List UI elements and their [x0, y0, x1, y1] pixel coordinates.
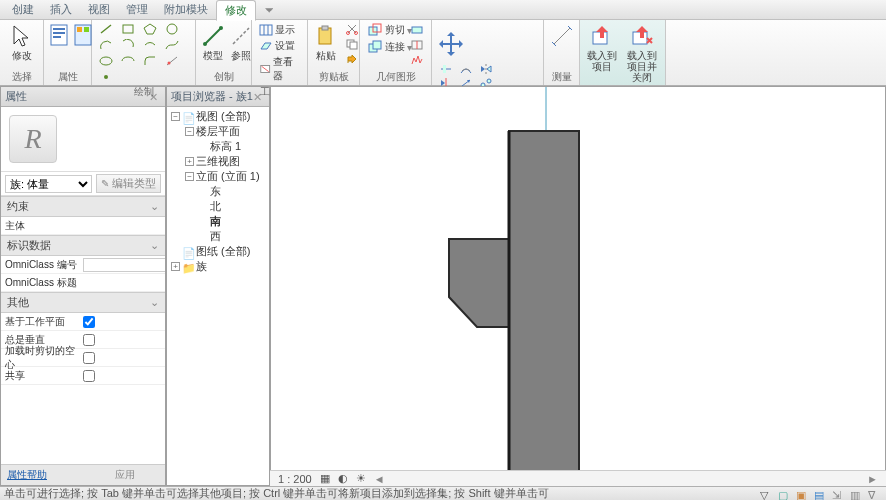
svg-point-16 — [219, 26, 223, 30]
tab-manage[interactable]: 管理 — [118, 0, 156, 19]
tree-east[interactable]: 东 — [197, 184, 267, 199]
svg-point-14 — [104, 75, 108, 79]
filter-icon[interactable]: ∇ — [868, 489, 882, 499]
select-link-icon[interactable]: ▢ — [778, 489, 792, 499]
split-face-icon[interactable] — [407, 38, 427, 52]
model-line-button[interactable]: 模型 — [200, 22, 226, 63]
properties-footer: 属性帮助 应用 — [1, 464, 165, 485]
ribbon-group-properties: 属性 — [44, 20, 92, 85]
ribbon-group-workplane: 显示 设置 查看器 工作平面 — [252, 20, 308, 85]
cut-geom-icon — [367, 23, 383, 37]
detail-icon[interactable]: ▦ — [320, 472, 330, 485]
properties-button[interactable] — [48, 22, 70, 48]
properties-panel: 属性 ✕ R 族: 体量 ✎ 编辑类型 约束⌄ 主体 标识数据⌄ OmniCla… — [0, 86, 166, 486]
family-icon — [74, 24, 92, 46]
ellipse-arc-icon[interactable] — [118, 54, 138, 68]
tree-sheets[interactable]: +📄图纸 (全部) — [169, 244, 267, 259]
sun-icon[interactable]: ☀ — [356, 472, 366, 485]
tree-floor-plans[interactable]: −楼层平面 — [183, 124, 267, 139]
properties-icon — [50, 24, 68, 46]
ribbon-label-draw: 绘制 — [96, 84, 191, 100]
demolish-icon[interactable] — [407, 53, 427, 67]
spline-icon[interactable] — [162, 38, 182, 52]
filter-status-icon[interactable]: ▽ — [760, 489, 774, 499]
tab-view[interactable]: 视图 — [80, 0, 118, 19]
measure-button[interactable] — [548, 22, 576, 50]
svg-rect-64 — [509, 131, 579, 471]
tree-south[interactable]: 南 — [197, 214, 267, 229]
measure-icon — [550, 24, 574, 48]
tree-elevations[interactable]: −立面 (立面 1) — [183, 169, 267, 184]
section-other[interactable]: 其他⌄ — [1, 292, 165, 313]
nav-left-icon[interactable]: ◄ — [374, 473, 385, 485]
select-underlay-icon[interactable]: ▤ — [814, 489, 828, 499]
line-icon[interactable] — [96, 22, 116, 36]
point-icon[interactable] — [96, 70, 116, 84]
select-face-icon[interactable]: ▥ — [850, 489, 864, 499]
ellipse-icon[interactable] — [96, 54, 116, 68]
scale-value[interactable]: 1 : 200 — [278, 473, 312, 485]
model-line-icon — [201, 24, 225, 48]
tab-addins[interactable]: 附加模块 — [156, 0, 216, 19]
properties-help-link[interactable]: 属性帮助 — [1, 465, 85, 485]
type-selector[interactable]: 族: 体量 — [5, 175, 92, 193]
arc-icon[interactable] — [96, 38, 116, 52]
load-project-button[interactable]: 载入到 项目 — [584, 22, 621, 74]
grid-icon — [259, 24, 273, 36]
visual-style-icon[interactable]: ◐ — [338, 472, 348, 485]
pick-line-icon[interactable] — [162, 54, 182, 68]
section-constraint[interactable]: 约束⌄ — [1, 196, 165, 217]
edit-type-button[interactable]: ✎ 编辑类型 — [96, 174, 161, 193]
viewer-button[interactable]: 查看器 — [256, 54, 303, 84]
apply-button[interactable]: 应用 — [85, 465, 166, 485]
ribbon-label-geom: 几何图形 — [364, 69, 427, 85]
workplane-check[interactable] — [83, 316, 95, 328]
ribbon-group-modify: 修改 — [432, 20, 544, 85]
align-icon[interactable] — [436, 62, 456, 76]
shared-check[interactable] — [83, 370, 95, 382]
tab-modify[interactable]: 修改 — [216, 0, 256, 21]
arc2-icon[interactable] — [118, 38, 138, 52]
status-right: ▽ ▢ ▣ ▤ ⇲ ▥ ∇ — [760, 489, 882, 499]
modify-button[interactable]: 修改 — [4, 22, 39, 63]
menu-expand-icon[interactable]: ⏷ — [264, 4, 275, 16]
family-logo: R — [9, 115, 57, 163]
vertical-check[interactable] — [83, 334, 95, 346]
tab-insert[interactable]: 插入 — [42, 0, 80, 19]
omni-num-input[interactable] — [83, 258, 165, 272]
drag-icon[interactable]: ⇲ — [832, 489, 846, 499]
svg-point-11 — [100, 57, 112, 65]
ref-line-button[interactable]: 参照 — [228, 22, 254, 63]
drawing-canvas[interactable] — [270, 86, 886, 486]
show-button[interactable]: 显示 — [256, 22, 298, 38]
tree-ref-level[interactable]: 标高 1 — [197, 139, 267, 154]
fillet-icon[interactable] — [140, 54, 160, 68]
tab-create[interactable]: 创建 — [4, 0, 42, 19]
mirror-axis-icon[interactable] — [476, 62, 496, 76]
family-types-button[interactable] — [72, 22, 94, 48]
load-close-button[interactable]: 载入到 项目并关闭 — [623, 22, 661, 85]
move-button[interactable] — [436, 28, 466, 60]
arc3-icon[interactable] — [140, 38, 160, 52]
svg-rect-2 — [53, 32, 65, 34]
circle-icon[interactable] — [162, 22, 182, 36]
select-pin-icon[interactable]: ▣ — [796, 489, 810, 499]
tree-views[interactable]: −📄视图 (全部) — [169, 109, 267, 124]
offset-icon[interactable] — [456, 62, 476, 76]
tree-3d[interactable]: +三维视图 — [183, 154, 267, 169]
svg-rect-1 — [53, 28, 65, 30]
rect-icon[interactable] — [118, 22, 138, 36]
match-icon[interactable] — [342, 52, 362, 66]
cope-icon[interactable] — [407, 23, 427, 37]
polygon-icon[interactable] — [140, 22, 160, 36]
tree-north[interactable]: 北 — [197, 199, 267, 214]
tree-west[interactable]: 西 — [197, 229, 267, 244]
paste-button[interactable]: 粘贴 — [312, 22, 340, 63]
section-iddata[interactable]: 标识数据⌄ — [1, 235, 165, 256]
set-button[interactable]: 设置 — [256, 38, 298, 54]
cutvoid-check[interactable] — [83, 352, 95, 364]
cut-icon[interactable] — [342, 22, 362, 36]
copy-icon[interactable] — [342, 37, 362, 51]
tree-families[interactable]: +📁族 — [169, 259, 267, 274]
nav-right-icon[interactable]: ► — [867, 473, 878, 485]
